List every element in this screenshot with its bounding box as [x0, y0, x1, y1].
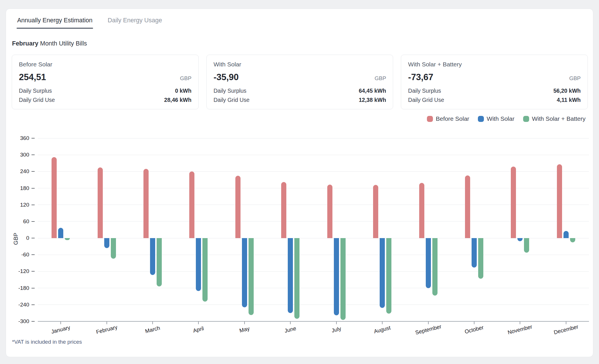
tab-daily-energy-usage[interactable]: Daily Energy Usage [107, 17, 163, 29]
bar-before-solar-june[interactable] [281, 182, 286, 238]
bar-with-solar-battery-february[interactable] [111, 238, 116, 258]
plot-area [38, 138, 589, 321]
x-tick-label-april: April [192, 325, 204, 334]
bar-with-solar-july[interactable] [334, 238, 339, 315]
card-value: -73,67 [408, 72, 433, 82]
tab-annually-energy-estimation[interactable]: Annually Energy Estimation [17, 17, 93, 29]
bar-with-solar-battery-october[interactable] [478, 238, 483, 279]
x-tick-label-november: November [507, 324, 533, 336]
bar-with-solar-august[interactable] [380, 238, 385, 308]
x-tick-mark [107, 322, 107, 324]
bar-with-solar-september[interactable] [426, 238, 431, 288]
legend-item-before-solar[interactable]: Before Solar [427, 115, 469, 122]
y-tick-label: 60 [9, 218, 29, 225]
bar-before-solar-april[interactable] [189, 171, 194, 238]
gridline [38, 205, 589, 205]
y-tick-mark [31, 254, 35, 255]
bar-with-solar-battery-january[interactable] [65, 238, 70, 240]
bar-with-solar-battery-april[interactable] [202, 238, 208, 302]
bar-before-solar-november[interactable] [511, 167, 516, 238]
row-label: Daily Surplus [19, 86, 52, 95]
y-tick-mark [31, 155, 35, 155]
y-tick-label: 0 [9, 235, 29, 241]
gridline [38, 138, 589, 139]
y-tick-mark [31, 271, 35, 272]
x-tick-mark [566, 322, 566, 324]
bar-with-solar-battery-september[interactable] [432, 238, 438, 296]
card-row-daily-grid-use: Daily Grid Use 4,11 kWh [408, 95, 581, 104]
x-tick-label-february: February [95, 324, 118, 335]
tab-bar: Annually Energy Estimation Daily Energy … [17, 17, 163, 29]
y-tick-label: -240 [9, 302, 29, 308]
bar-with-solar-november[interactable] [517, 238, 523, 241]
bar-with-solar-battery-july[interactable] [340, 238, 346, 320]
bar-before-solar-september[interactable] [419, 183, 424, 238]
bar-with-solar-battery-august[interactable] [386, 238, 391, 314]
bar-with-solar-february[interactable] [104, 238, 109, 248]
main-panel: Annually Energy Estimation Daily Energy … [6, 9, 593, 357]
bar-before-solar-october[interactable] [465, 175, 470, 238]
x-tick-mark [336, 322, 337, 324]
legend-item-with-solar[interactable]: With Solar [478, 115, 515, 122]
card-currency: GBP [180, 75, 192, 82]
row-label: Daily Surplus [408, 86, 441, 95]
card-row-daily-surplus: Daily Surplus 64,45 kWh [214, 86, 386, 95]
bar-with-solar-battery-december[interactable] [570, 238, 575, 242]
y-tick-label: -180 [9, 285, 29, 291]
x-tick-mark [382, 322, 383, 324]
gridline [38, 304, 589, 305]
card-title: Before Solar [19, 61, 192, 68]
bar-with-solar-battery-november[interactable] [524, 238, 529, 252]
y-tick-label: 180 [9, 185, 29, 191]
y-tick-label: 300 [9, 152, 29, 158]
x-tick-label-january: January [51, 324, 71, 335]
x-tick-mark [428, 322, 429, 324]
x-tick-mark [60, 322, 61, 324]
row-label: Daily Grid Use [214, 95, 250, 104]
bar-with-solar-june[interactable] [288, 238, 293, 313]
y-tick-mark [31, 188, 35, 189]
row-value: 4,11 kWh [557, 95, 581, 104]
card-row-daily-grid-use: Daily Grid Use 28,46 kWh [19, 95, 192, 104]
gridline [38, 155, 589, 155]
y-tick-label: 120 [9, 202, 29, 208]
legend-item-with-solar-battery[interactable]: With Solar + Battery [523, 115, 586, 122]
row-label: Daily Grid Use [408, 95, 444, 104]
bar-with-solar-march[interactable] [150, 238, 155, 275]
bar-before-solar-january[interactable] [52, 157, 57, 238]
x-tick-label-march: March [145, 325, 161, 335]
bar-with-solar-battery-june[interactable] [294, 238, 300, 319]
y-tick-mark [31, 304, 35, 305]
bar-with-solar-may[interactable] [242, 238, 247, 307]
bar-before-solar-december[interactable] [557, 164, 562, 238]
bar-with-solar-battery-may[interactable] [249, 238, 254, 315]
bar-with-solar-battery-march[interactable] [157, 238, 162, 286]
bar-before-solar-february[interactable] [98, 167, 103, 238]
bar-before-solar-march[interactable] [143, 169, 149, 238]
x-tick-mark [290, 322, 291, 324]
bar-with-solar-january[interactable] [58, 228, 63, 238]
card-row-daily-grid-use: Daily Grid Use 12,38 kWh [214, 95, 386, 104]
card-currency: GBP [375, 75, 386, 82]
monthly-bills-bar-chart: GBP 360300240180120600-60-120-180-240-30… [6, 138, 594, 350]
gridline [38, 171, 589, 172]
bar-with-solar-october[interactable] [472, 238, 477, 268]
bar-with-solar-december[interactable] [563, 231, 569, 238]
y-tick-mark [31, 138, 35, 139]
bar-before-solar-august[interactable] [373, 185, 378, 238]
row-label: Daily Surplus [214, 86, 247, 95]
bar-before-solar-may[interactable] [235, 176, 241, 238]
x-tick-label-september: September [415, 323, 442, 336]
row-value: 56,20 kWh [553, 86, 581, 95]
gridline [38, 255, 589, 255]
x-tick-label-october: October [464, 324, 484, 335]
legend-label: With Solar + Battery [532, 115, 586, 122]
card-title: With Solar [214, 61, 386, 68]
bar-with-solar-april[interactable] [196, 238, 201, 291]
x-tick-mark [520, 322, 520, 324]
row-value: 0 kWh [175, 86, 191, 95]
x-tick-label-june: June [284, 325, 297, 334]
bar-before-solar-july[interactable] [327, 185, 332, 238]
y-tick-label: -60 [9, 252, 29, 258]
row-label: Daily Grid Use [19, 95, 55, 104]
